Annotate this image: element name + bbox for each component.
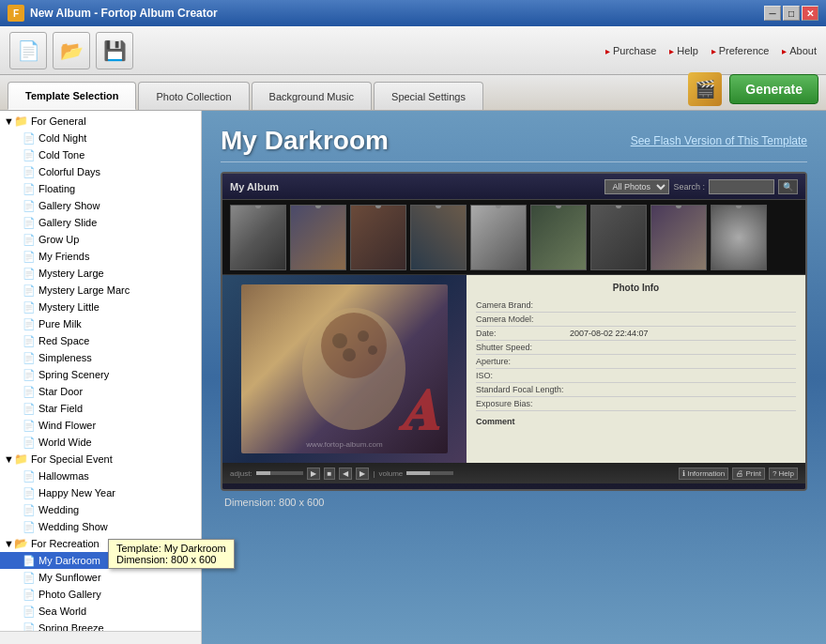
- tab-bar: Template Selection Photo Collection Back…: [0, 75, 826, 111]
- photo-info-comment: Comment: [476, 417, 796, 426]
- tree-item-simpleness[interactable]: 📄Simpleness: [0, 349, 201, 366]
- toolbar: 📄 📂 💾 Purchase Help Preference About: [0, 26, 826, 75]
- photo-thumb-9[interactable]: [711, 205, 767, 270]
- tab-template[interactable]: Template Selection: [8, 82, 136, 110]
- svg-point-1: [321, 313, 387, 378]
- tree-item-happy-new-year[interactable]: 📄Happy New Year: [0, 484, 201, 501]
- photo-thumb-4[interactable]: [410, 205, 467, 270]
- photo-thumb-7[interactable]: [590, 205, 647, 270]
- next-button[interactable]: ▶: [356, 468, 369, 480]
- album-photos-dropdown[interactable]: All Photos: [604, 179, 669, 194]
- tree-item-colorful-days[interactable]: 📄Colorful Days: [0, 163, 201, 180]
- help-button[interactable]: ? Help: [769, 468, 798, 480]
- dimension-text: Dimension: 800 x 600: [221, 497, 807, 508]
- generate-area: 🎬 Generate: [688, 72, 818, 110]
- group-general[interactable]: ▼ 📁 For General: [0, 113, 201, 130]
- right-panel: My Darkroom See Flash Version of This Te…: [202, 111, 826, 644]
- svg-point-3: [358, 330, 369, 342]
- tree-item-gallery-slide[interactable]: 📄Gallery Slide: [0, 214, 201, 231]
- preference-link[interactable]: Preference: [711, 45, 770, 56]
- template-tree[interactable]: ▼ 📁 For General 📄Cold Night 📄Cold Tone 📄…: [0, 111, 201, 631]
- prev-button[interactable]: ◀: [339, 468, 352, 480]
- minimize-button[interactable]: ─: [764, 6, 781, 21]
- album-search-button[interactable]: 🔍: [778, 179, 798, 194]
- photo-info-camera-model: Camera Model:: [476, 313, 796, 327]
- tree-item-world-wide[interactable]: 📄World Wide: [0, 434, 201, 451]
- purchase-link[interactable]: Purchase: [605, 45, 656, 56]
- tree-item-wedding[interactable]: 📄Wedding: [0, 501, 201, 518]
- tree-item-cold-night[interactable]: 📄Cold Night: [0, 130, 201, 146]
- photo-watermark-letter: 𝐀: [398, 379, 438, 444]
- open-button[interactable]: 📂: [53, 32, 90, 69]
- group-special-event[interactable]: ▼ 📁 For Special Event: [0, 451, 201, 468]
- title-bar: F New Album - Fortop Album Creator ─ □ ✕: [0, 0, 826, 26]
- photo-info-exposure-bias: Exposure Bias:: [476, 397, 796, 411]
- generate-icon: 🎬: [688, 72, 722, 106]
- tree-item-sea-world[interactable]: 📄Sea World: [0, 603, 201, 620]
- tree-item-spring-scenery[interactable]: 📄Spring Scenery: [0, 366, 201, 383]
- photo-info-camera-brand: Camera Brand:: [476, 299, 796, 313]
- close-button[interactable]: ✕: [802, 6, 818, 21]
- tree-item-gallery-show[interactable]: 📄Gallery Show: [0, 197, 201, 214]
- tree-item-my-friends[interactable]: 📄My Friends: [0, 248, 201, 265]
- photo-thumb-6[interactable]: [530, 205, 587, 270]
- stop-button[interactable]: ■: [324, 468, 336, 480]
- tab-collection[interactable]: Photo Collection: [138, 82, 249, 110]
- tree-item-pure-milk[interactable]: 📄Pure Milk: [0, 315, 201, 332]
- toolbar-right: Purchase Help Preference About: [605, 45, 817, 56]
- photo-thumb-1[interactable]: [230, 205, 286, 270]
- tree-item-wedding-show[interactable]: 📄Wedding Show: [0, 518, 201, 535]
- album-search-area: All Photos Search : 🔍: [604, 179, 798, 194]
- tree-item-my-darkroom[interactable]: 📄My Darkroom: [0, 552, 201, 569]
- tree-item-mystery-little[interactable]: 📄Mystery Little: [0, 299, 201, 315]
- photo-info-focal-length: Standard Focal Length:: [476, 383, 796, 397]
- adjust-slider[interactable]: [256, 471, 303, 475]
- photo-info-title: Photo Info: [476, 283, 796, 293]
- tree-item-hallowmas[interactable]: 📄Hallowmas: [0, 468, 201, 484]
- tree-item-photo-gallery[interactable]: 📄Photo Gallery: [0, 586, 201, 603]
- photo-large[interactable]: 𝐀 www.fortop-album.com: [222, 275, 467, 463]
- help-link[interactable]: Help: [669, 45, 697, 56]
- album-search-input[interactable]: [709, 179, 774, 194]
- toolbar-left: 📄 📂 💾: [9, 32, 133, 69]
- svg-point-4: [343, 348, 356, 361]
- maximize-button[interactable]: □: [783, 6, 800, 21]
- photo-thumb-3[interactable]: [350, 205, 406, 270]
- tree-item-wind-flower[interactable]: 📄Wind Flower: [0, 417, 201, 434]
- tree-item-my-sunflower[interactable]: 📄My Sunflower: [0, 569, 201, 586]
- play-button[interactable]: ▶: [307, 468, 320, 480]
- new-button[interactable]: 📄: [9, 32, 47, 69]
- photo-strip: [222, 200, 805, 275]
- tree-item-floating[interactable]: 📄Floating: [0, 180, 201, 197]
- tree-item-star-field[interactable]: 📄Star Field: [0, 400, 201, 417]
- photo-info-iso: ISO:: [476, 369, 796, 383]
- tab-special[interactable]: Special Settings: [374, 82, 483, 110]
- info-button[interactable]: ℹ Information: [679, 468, 728, 480]
- group-recreation[interactable]: ▼ 📂 For Recreation: [0, 535, 201, 552]
- photo-main-area: 𝐀 www.fortop-album.com Photo Info Camera…: [222, 275, 805, 463]
- main-content: ▼ 📁 For General 📄Cold Night 📄Cold Tone 📄…: [0, 111, 826, 644]
- album-controls-bar: adjust: ▶ ■ ◀ ▶ | volume ℹ Information 🖨…: [222, 463, 805, 483]
- photo-info-aperture: Aperture:: [476, 355, 796, 369]
- tree-item-mystery-large[interactable]: 📄Mystery Large: [0, 265, 201, 282]
- about-link[interactable]: About: [782, 45, 817, 56]
- volume-slider[interactable]: [406, 471, 453, 475]
- photo-thumb-5[interactable]: [470, 205, 527, 270]
- tree-item-red-space[interactable]: 📄Red Space: [0, 332, 201, 349]
- flash-version-link[interactable]: See Flash Version of This Template: [631, 134, 807, 147]
- tree-item-grow-up[interactable]: 📄Grow Up: [0, 231, 201, 248]
- photo-thumb-8[interactable]: [650, 205, 707, 270]
- save-button[interactable]: 💾: [96, 32, 133, 69]
- window-title: New Album - Fortop Album Creator: [30, 7, 764, 20]
- generate-button[interactable]: Generate: [729, 74, 818, 104]
- tab-background[interactable]: Background Music: [252, 82, 373, 110]
- print-button[interactable]: 🖨 Print: [732, 468, 765, 480]
- svg-point-5: [368, 345, 377, 355]
- tree-item-cold-tone[interactable]: 📄Cold Tone: [0, 146, 201, 163]
- tree-item-mystery-large-marc[interactable]: 📄Mystery Large Marc: [0, 282, 201, 299]
- tree-item-spring-breeze[interactable]: 📄Spring Breeze: [0, 620, 201, 631]
- horizontal-scrollbar[interactable]: [0, 631, 201, 644]
- album-preview: My Album All Photos Search : 🔍: [221, 172, 807, 491]
- tree-item-star-door[interactable]: 📄Star Door: [0, 383, 201, 400]
- photo-thumb-2[interactable]: [290, 205, 346, 270]
